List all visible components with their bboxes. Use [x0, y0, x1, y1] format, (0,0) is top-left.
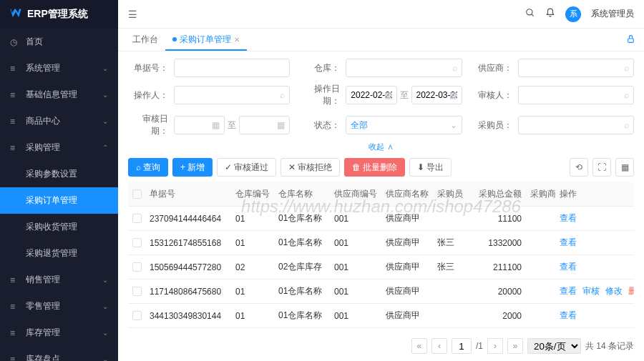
pager-size-select[interactable]: 20条/页 [527, 338, 581, 354]
row-checkbox[interactable] [132, 311, 142, 320]
row-action[interactable]: 查看 [560, 212, 577, 224]
table-header: 采购员 [433, 182, 470, 207]
row-action[interactable]: 审核 [582, 285, 600, 297]
sidebar-item[interactable]: ≡基础信息管理⌄ [0, 81, 118, 108]
sidebar-item[interactable]: ◷首页 [0, 29, 118, 55]
table-row: 344130349830144 01 01仓库名称 001 供应商甲 2000 … [128, 304, 634, 328]
operator-input[interactable] [179, 90, 285, 100]
chevron-down-icon: ⌄ [102, 91, 108, 99]
menu-icon: ≡ [10, 117, 20, 127]
sidebar-subitem[interactable]: 采购订单管理 [0, 187, 118, 214]
sidebar-item[interactable]: ≡商品中心⌄ [0, 108, 118, 134]
sidebar-item[interactable]: ≡库存盘点⌄ [0, 346, 118, 361]
calendar-icon: ▦ [384, 90, 392, 100]
svg-line-1 [532, 14, 534, 16]
table-header: 单据号 [145, 182, 231, 207]
sidebar-item[interactable]: ≡系统管理⌄ [0, 55, 118, 81]
sidebar-item-label: 库存盘点 [26, 353, 60, 361]
row-action[interactable]: 查看 [560, 237, 577, 249]
select-all-checkbox[interactable] [132, 189, 142, 199]
logo: ERP管理系统 [0, 0, 118, 29]
sidebar-item[interactable]: ≡采购管理⌃ [0, 134, 118, 161]
pager-prev[interactable]: ‹ [431, 338, 447, 354]
collapse-toggle[interactable]: 收起 ∧ [128, 142, 634, 152]
menu-icon: ≡ [10, 355, 20, 362]
row-checkbox[interactable] [132, 238, 142, 247]
audit-date-label: 审核日期： [128, 113, 168, 137]
warehouse-input[interactable] [351, 63, 457, 73]
table-row: 150569444577280 02 02仓库库存 001 供应商甲 张三 21… [128, 255, 634, 280]
hamburger-icon[interactable]: ☰ [128, 9, 137, 20]
search-suffix-icon[interactable]: ⌕ [624, 120, 629, 130]
fullscreen-button[interactable]: ⛶ [592, 158, 611, 177]
menu-icon: ≡ [10, 143, 20, 153]
search-button[interactable]: ⌕ 查询 [128, 158, 168, 177]
sidebar-item-label: 首页 [26, 36, 43, 48]
sidebar-item[interactable]: ≡库存管理⌄ [0, 320, 118, 346]
doc-no-label: 单据号： [128, 62, 168, 74]
lock-icon[interactable] [626, 34, 635, 46]
row-action[interactable]: 查看 [560, 261, 577, 273]
username[interactable]: 系统管理员 [591, 8, 634, 20]
status-label: 状态： [300, 119, 340, 132]
menu-icon: ≡ [10, 90, 20, 100]
tab[interactable]: 采购订单管理✕ [165, 30, 247, 51]
menu-icon: ≡ [10, 328, 20, 338]
table-header: 供应商名称 [381, 182, 433, 207]
sidebar-item[interactable]: ≡销售管理⌄ [0, 267, 118, 293]
close-icon[interactable]: ✕ [234, 36, 240, 44]
table-header: 仓库名称 [274, 182, 330, 207]
table-header: 供应商编号 [330, 182, 381, 207]
search-suffix-icon[interactable]: ⌕ [624, 63, 629, 73]
sidebar-subitem[interactable]: 采购收货管理 [0, 214, 118, 240]
refresh-button[interactable]: ⟲ [570, 158, 588, 177]
calendar-icon: ▦ [277, 120, 285, 130]
chevron-down-icon: ⌄ [450, 120, 457, 130]
pager-page-input[interactable] [452, 338, 472, 354]
search-suffix-icon[interactable]: ⌕ [624, 90, 629, 100]
pager-first[interactable]: « [411, 338, 427, 354]
avatar[interactable]: 系 [565, 6, 581, 22]
row-action[interactable]: 查看 [560, 285, 577, 297]
pager-total: 共 14 条记录 [585, 340, 634, 352]
pager-last[interactable]: » [507, 338, 523, 354]
pager-next[interactable]: › [487, 338, 503, 354]
tab[interactable]: 工作台 [125, 30, 165, 49]
reject-button[interactable]: ✕ 审核拒绝 [280, 158, 340, 177]
buyer-input[interactable] [523, 120, 629, 130]
row-checkbox[interactable] [132, 287, 142, 296]
sidebar-item[interactable]: ≡零售管理⌄ [0, 293, 118, 320]
supplier-input[interactable] [523, 63, 629, 73]
export-button[interactable]: ⬇ 导出 [409, 158, 452, 177]
row-checkbox[interactable] [132, 262, 142, 272]
row-action[interactable]: 删除 [628, 285, 634, 297]
menu-icon: ≡ [10, 64, 20, 74]
batch-delete-button[interactable]: 🗑 批量删除 [344, 158, 405, 177]
op-date-label: 操作日期： [300, 83, 340, 107]
doc-no-input[interactable] [179, 63, 285, 73]
buyer-label: 采购员： [472, 119, 512, 132]
operator-label: 操作人： [128, 89, 168, 102]
sidebar-item-label: 商品中心 [26, 115, 60, 127]
search-suffix-icon[interactable]: ⌕ [452, 63, 457, 73]
auditor-input[interactable] [523, 90, 629, 100]
row-action[interactable]: 修改 [605, 285, 623, 297]
menu-icon: ≡ [10, 275, 20, 285]
sidebar-subitem[interactable]: 采购退货管理 [0, 240, 118, 267]
add-button[interactable]: + 新增 [172, 158, 213, 177]
row-action[interactable]: 查看 [560, 310, 577, 322]
approve-button[interactable]: ✓ 审核通过 [217, 158, 276, 177]
svg-rect-2 [628, 38, 634, 41]
status-select[interactable] [351, 120, 457, 130]
sidebar-subitem[interactable]: 采购参数设置 [0, 161, 118, 187]
search-icon[interactable] [525, 8, 535, 20]
app-name: ERP管理系统 [27, 8, 88, 21]
tabs: 工作台采购订单管理✕ [118, 29, 644, 51]
row-checkbox[interactable] [132, 214, 142, 223]
table-header: 操作 [555, 182, 634, 207]
grid-settings-button[interactable]: ▦ [615, 158, 634, 177]
bell-icon[interactable] [545, 8, 555, 20]
table-row: 237094144446464 01 01仓库名称 001 供应商甲 11100… [128, 207, 634, 231]
search-suffix-icon[interactable]: ⌕ [280, 90, 285, 100]
logo-icon [9, 7, 23, 21]
